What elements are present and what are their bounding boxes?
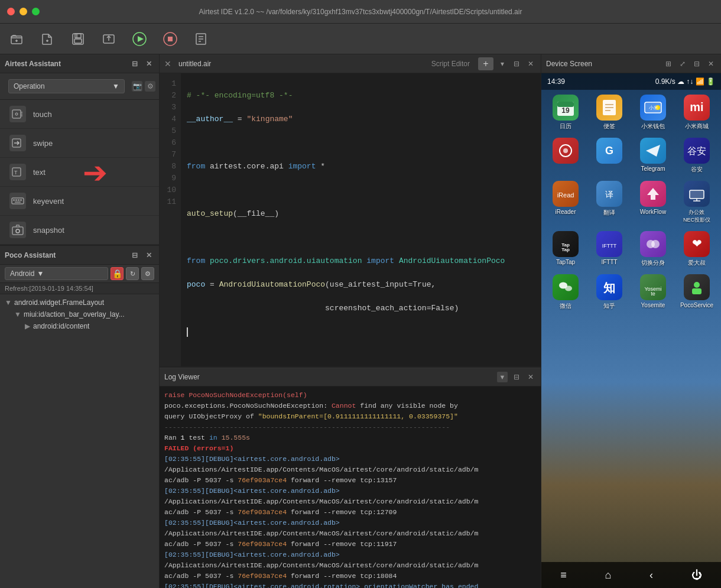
nav-menu-button[interactable]: ≡ [560, 569, 567, 581]
app-wallet[interactable]: 小米 小米钱包 [634, 95, 673, 131]
editor-toolbar: Script Editor + ▾ ⊟ ✕ [431, 57, 536, 70]
poco-minimize-icon[interactable]: ⊟ [129, 250, 140, 261]
new-folder-button[interactable] [6, 28, 27, 50]
window-title: Airtest IDE v1.2.0 ~~ /var/folders/ky/31… [199, 8, 522, 16]
nav-back-button[interactable]: ‹ [649, 569, 653, 581]
code-content[interactable]: # -*- encoding=utf8 -*- __author__ = "ki… [181, 73, 541, 366]
poco-close-icon[interactable]: ✕ [144, 250, 154, 261]
log-line: /Applications/AirtestIDE.app/Contents/Ma… [164, 528, 536, 539]
device-expand-icon[interactable]: ⤢ [677, 59, 688, 69]
editor-tab[interactable]: untitled.air [174, 60, 216, 68]
app-aidaoshu[interactable]: ❤ 爱大叔 [677, 231, 716, 267]
poco-assistant-title: Poco Assistant [5, 251, 56, 259]
tree-item-content[interactable]: ▶ android:id/content [0, 320, 159, 332]
swipe-item[interactable]: swipe [0, 129, 159, 158]
log-filter-icon[interactable]: ▼ [497, 372, 508, 382]
log-close-icon[interactable]: ✕ [525, 372, 536, 382]
stop-button[interactable] [160, 28, 181, 50]
svg-rect-19 [12, 110, 21, 118]
app-pocoservice[interactable]: PocoService [677, 274, 716, 310]
device-screenshot-icon[interactable]: ⊞ [663, 59, 674, 69]
log-toolbar-icons: ▼ ⊟ ✕ [497, 372, 536, 382]
svg-text:知: 知 [603, 281, 615, 294]
airtest-close-icon[interactable]: ✕ [144, 59, 154, 69]
app-telegram[interactable]: Telegram [634, 138, 673, 174]
expand-icon[interactable]: ▼ [5, 298, 12, 307]
yosemite-icon: Yosemite [640, 274, 666, 300]
log-header: Log Viewer ▼ ⊟ ✕ [160, 368, 541, 386]
app-calendar[interactable]: 19 日历 [546, 95, 585, 131]
log-minimize-icon[interactable]: ⊟ [511, 372, 522, 382]
snapshot-item[interactable]: snapshot [0, 216, 159, 245]
log-line: ac/adb -P 5037 -s 76ef903a7ce4 forward -… [164, 475, 536, 486]
touch-item[interactable]: touch [0, 100, 159, 129]
log-line: ac/adb -P 5037 -s 76ef903a7ce4 forward -… [164, 507, 536, 518]
svg-marker-12 [138, 36, 144, 42]
export-button[interactable] [98, 28, 119, 50]
app-yosemite[interactable]: Yosemite Yosemite [634, 274, 673, 310]
keyevent-item[interactable]: keyevent [0, 187, 159, 216]
app-clone[interactable]: 切换分身 [634, 231, 673, 267]
minimize-button[interactable] [20, 8, 27, 15]
workflow-icon [640, 181, 666, 207]
poco-connect-button[interactable]: 🔒 [111, 267, 124, 280]
log-content: raise PocoNoSuchNodeException(self) poco… [160, 386, 541, 588]
device-minimize-icon[interactable]: ⊟ [691, 59, 702, 69]
editor-minimize-icon[interactable]: ⊟ [511, 59, 522, 69]
svg-point-63 [565, 286, 572, 291]
app-settings2[interactable] [546, 138, 585, 174]
play-button[interactable] [129, 28, 150, 50]
tree-item-framelayout[interactable]: ▼ android.widget.FrameLayout [0, 297, 159, 308]
svg-point-20 [15, 113, 18, 115]
expand-icon-3[interactable]: ▶ [24, 322, 31, 330]
app-zhihu[interactable]: 知 知乎 [590, 274, 629, 310]
editor-menu-icon[interactable]: ▾ [497, 59, 508, 69]
app-nec[interactable]: 办公效NEC投影仪 [677, 181, 716, 224]
platform-label: Android [10, 269, 34, 278]
app-security[interactable]: 谷安 谷安 [677, 138, 716, 174]
editor-close-icon[interactable]: ✕ [525, 59, 536, 69]
text-item[interactable]: T text [0, 158, 159, 187]
app-translate[interactable]: 译 翻译 [590, 181, 629, 224]
line-numbers: 1234 5678 91011 [160, 73, 181, 366]
tree-item-actionbar[interactable]: ▼ miui:id/action_bar_overlay_lay... [0, 308, 159, 320]
add-tab-button[interactable]: + [478, 57, 493, 70]
app-google[interactable]: G [590, 138, 629, 174]
svg-point-31 [16, 229, 20, 233]
app-grid-row4: TapTap TapTap IFTTT IFTTT [541, 226, 721, 272]
app-mi-store[interactable]: mi 小米商城 [677, 95, 716, 131]
app-ifttt[interactable]: IFTTT IFTTT [590, 231, 629, 267]
script-editor-panel: ✕ untitled.air Script Editor + ▾ ⊟ ✕ 123… [160, 54, 541, 368]
log-line: Ran 1 test in 15.555s [164, 433, 536, 443]
settings-icon[interactable]: ⚙ [145, 81, 155, 92]
new-file-button[interactable] [37, 28, 58, 50]
nav-bar: ≡ ⌂ ‹ ⏻ [541, 562, 721, 588]
svg-marker-47 [646, 145, 660, 157]
device-screen-area[interactable]: 14:39 0.9K/s ☁ ↑↓ 📶 🔋 19 日历 [541, 73, 721, 588]
close-button[interactable] [7, 8, 15, 15]
nav-power-button[interactable]: ⏻ [691, 569, 702, 581]
svg-text:19: 19 [561, 106, 570, 115]
log-line: ac/adb -P 5037 -s 76ef903a7ce4 forward -… [164, 539, 536, 550]
poco-settings-button[interactable]: ⚙ [141, 267, 154, 280]
operation-dropdown[interactable]: Operation ▼ [8, 79, 125, 93]
platform-dropdown[interactable]: Android ▼ [5, 267, 108, 280]
app-notes[interactable]: 便签 [590, 95, 629, 131]
maximize-button[interactable] [32, 8, 40, 15]
app-workflow[interactable]: WorkFlow [634, 181, 673, 224]
app-taptap[interactable]: TapTap TapTap [546, 231, 585, 267]
report-button[interactable] [190, 28, 212, 50]
screenshot-icon[interactable]: 📷 [132, 81, 142, 92]
telegram-icon [640, 138, 666, 164]
text-icon: T [9, 164, 26, 180]
airtest-minimize-icon[interactable]: ⊟ [129, 59, 140, 69]
app-ireader[interactable]: iRead iReader [546, 181, 585, 224]
ifttt-icon: IFTTT [596, 231, 622, 257]
device-close-icon[interactable]: ✕ [706, 59, 716, 69]
poco-refresh-button[interactable]: ↻ [126, 267, 139, 280]
expand-icon-2[interactable]: ▼ [14, 310, 21, 319]
nav-home-button[interactable]: ⌂ [605, 569, 611, 581]
app-wechat[interactable]: 微信 [546, 274, 585, 310]
arrow-indicator: ➔ [83, 157, 108, 191]
save-button[interactable] [67, 28, 89, 50]
